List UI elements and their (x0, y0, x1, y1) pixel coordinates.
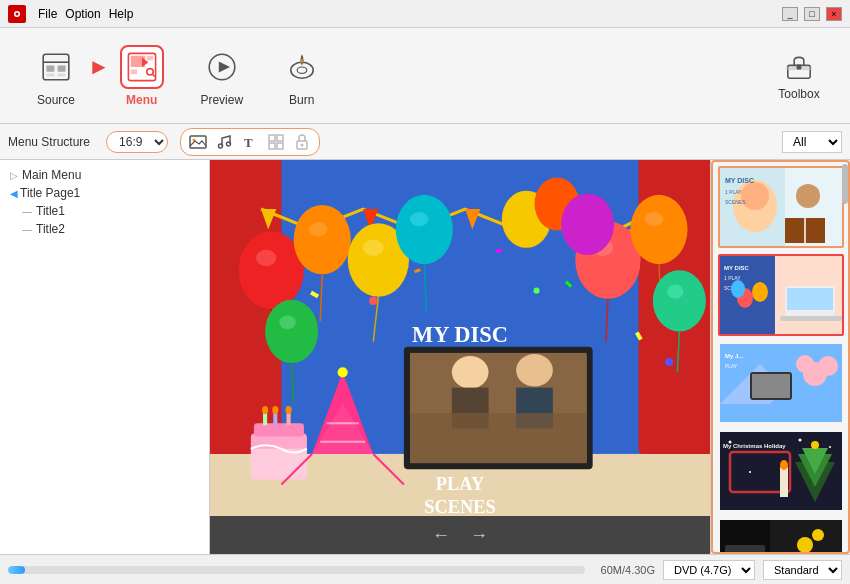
toolbar-burn[interactable]: Burn (262, 36, 342, 116)
svg-rect-5 (46, 65, 54, 71)
toolbar-toolbox[interactable]: Toolbox (764, 36, 834, 116)
preview-navigation: ← → (210, 516, 710, 554)
toolbar-preview[interactable]: Preview (182, 36, 262, 116)
burn-label: Burn (289, 93, 314, 107)
thumbnail-4[interactable]: My Christmas Holiday (718, 430, 844, 512)
svg-point-139 (796, 355, 814, 373)
svg-rect-22 (797, 64, 802, 69)
main-content: ▷ Main Menu ◀ Title Page1 — Title1 — Tit… (0, 160, 850, 554)
tree-page-icon: ▷ (10, 170, 18, 181)
thumbnail-2[interactable]: MY DISC 1 PLAY SCENES (718, 254, 844, 336)
svg-point-2 (16, 12, 19, 15)
thumb-bg-4: My Christmas Holiday (720, 432, 842, 510)
svg-rect-133 (787, 288, 833, 310)
svg-point-102 (516, 354, 553, 387)
tree-title1[interactable]: — Title1 (6, 202, 203, 220)
scrollbar-thumb[interactable] (842, 164, 848, 204)
svg-rect-29 (277, 135, 283, 141)
svg-rect-30 (269, 143, 275, 149)
svg-point-69 (667, 285, 683, 299)
grid-icon[interactable] (265, 131, 287, 153)
svg-rect-6 (58, 65, 66, 71)
svg-text:MY DISC: MY DISC (725, 177, 754, 184)
svg-point-48 (256, 250, 276, 266)
svg-text:My Christmas Holiday: My Christmas Holiday (723, 443, 786, 449)
svg-point-154 (811, 441, 819, 449)
toolbar-source[interactable]: Source (16, 36, 96, 116)
svg-point-118 (797, 187, 807, 197)
text-icon[interactable]: T (239, 131, 261, 153)
image-icon[interactable] (187, 131, 209, 153)
svg-point-79 (369, 297, 377, 305)
svg-rect-84 (254, 423, 304, 436)
menu-items: File Option Help (38, 7, 133, 21)
svg-point-93 (338, 367, 348, 377)
minimize-button[interactable]: _ (782, 7, 798, 21)
menu-structure-label: Menu Structure (8, 135, 90, 149)
filter-select[interactable]: All (782, 131, 842, 153)
svg-rect-12 (147, 55, 153, 60)
title-bar-left: File Option Help (8, 5, 133, 23)
tree-main-menu-label: Main Menu (22, 168, 81, 182)
menu-icon-wrap (120, 45, 164, 89)
svg-point-50 (294, 205, 351, 274)
title-bar: File Option Help _ □ × (0, 0, 850, 28)
svg-point-51 (309, 222, 327, 236)
svg-point-138 (818, 356, 838, 376)
svg-text:My J...: My J... (725, 353, 744, 359)
svg-rect-82 (251, 444, 307, 480)
thumbnail-1[interactable]: MY DISC 1 PLAY SCENES (718, 166, 844, 248)
source-label: Source (37, 93, 75, 107)
left-panel: ▷ Main Menu ◀ Title Page1 — Title1 — Tit… (0, 160, 210, 554)
filter-area: All (782, 131, 842, 153)
thumb-bg-2: MY DISC 1 PLAY SCENES (720, 256, 842, 334)
aspect-ratio-select[interactable]: 16:9 4:3 (106, 131, 168, 153)
svg-point-60 (279, 315, 295, 329)
svg-text:MY DISC: MY DISC (412, 322, 508, 347)
tree-main-menu[interactable]: ▷ Main Menu (6, 166, 203, 184)
tree-title1-label: Title1 (36, 204, 65, 218)
svg-point-65 (630, 195, 687, 264)
svg-rect-28 (269, 135, 275, 141)
close-button[interactable]: × (826, 7, 842, 21)
svg-point-81 (665, 358, 673, 366)
svg-text:PLAY: PLAY (436, 474, 484, 494)
quality-select[interactable]: Standard High (763, 560, 842, 580)
toolbar-menu[interactable]: Menu (102, 36, 182, 116)
thumbnail-3[interactable]: My J... PLAY (718, 342, 844, 424)
menu-file[interactable]: File (38, 7, 57, 21)
burn-icon-wrap (280, 45, 324, 89)
svg-point-33 (301, 143, 304, 146)
disc-type-select[interactable]: DVD (4.7G) DVD (8.5G) BD (25G) (663, 560, 755, 580)
svg-point-73 (561, 194, 614, 255)
music-icon[interactable] (213, 131, 235, 153)
tree-dash2-icon: — (22, 224, 32, 235)
sub-toolbar: Menu Structure 16:9 4:3 T (0, 124, 850, 160)
svg-point-160 (797, 537, 813, 553)
menu-help[interactable]: Help (109, 7, 134, 21)
menu-option[interactable]: Option (65, 7, 100, 21)
svg-line-14 (152, 74, 154, 76)
maximize-button[interactable]: □ (804, 7, 820, 21)
svg-point-66 (645, 212, 663, 226)
toolbox-label: Toolbox (778, 87, 819, 101)
svg-marker-17 (219, 61, 230, 72)
next-button[interactable]: → (470, 525, 488, 546)
progress-fill (8, 566, 25, 574)
lock-icon[interactable] (291, 131, 313, 153)
svg-point-128 (752, 282, 768, 302)
svg-rect-156 (780, 467, 788, 497)
svg-point-90 (286, 406, 292, 414)
svg-rect-8 (58, 73, 66, 76)
svg-rect-142 (752, 374, 790, 398)
svg-text:T: T (244, 135, 253, 150)
prev-button[interactable]: ← (432, 525, 450, 546)
svg-text:SCENES: SCENES (725, 199, 746, 205)
svg-point-119 (809, 187, 819, 197)
thumb-bg-3: My J... PLAY (720, 344, 842, 422)
svg-point-129 (731, 280, 745, 298)
tree-title2[interactable]: — Title2 (6, 220, 203, 238)
thumbnail-5[interactable]: BUSINESS THEME PLAY SCENES (718, 518, 844, 554)
svg-point-54 (363, 240, 383, 256)
tree-title-page1[interactable]: ◀ Title Page1 (6, 184, 203, 202)
